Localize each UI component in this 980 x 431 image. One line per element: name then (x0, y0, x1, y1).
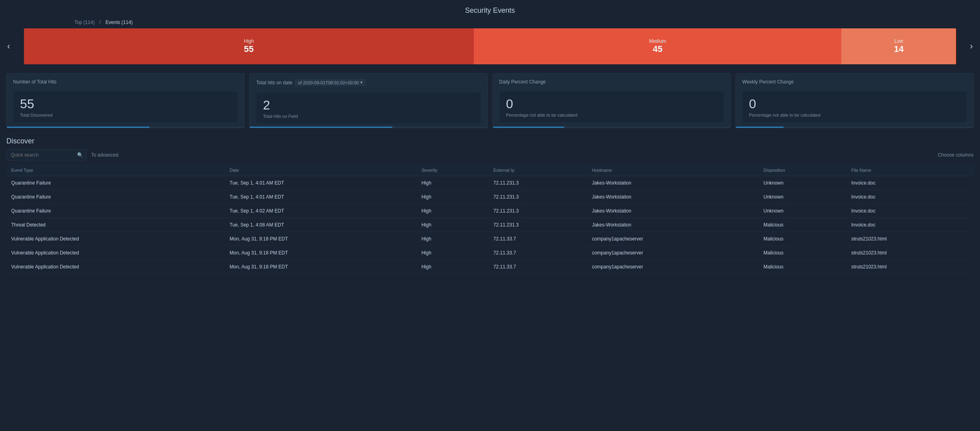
low-count: 14 (894, 44, 904, 54)
search-input-wrap: 🔍 (6, 149, 86, 161)
search-input[interactable] (6, 149, 86, 161)
breadcrumb-separator: / (99, 20, 101, 25)
table-header: Event Type Date Severity External Ip Hos… (6, 165, 974, 176)
stats-row: Number of Total Hits 55 Total Discovered… (0, 69, 980, 132)
stat-card-4-sub: Percentage not able to be calculated (749, 113, 960, 117)
table-cell: 72.11.231.3 (489, 204, 587, 218)
table-cell: 72.11.231.3 (489, 218, 587, 232)
col-external-ip: External Ip (489, 165, 587, 176)
stat-card-3-sub: Percentage not able to be calculated (506, 113, 717, 117)
stat-card-1-title: Number of Total Hits (13, 79, 238, 85)
stat-card-3-value: 0 (506, 97, 717, 111)
stat-card-daily: Daily Percent Change 0 Percentage not ab… (493, 73, 731, 128)
stat-card-2-value: 2 (263, 98, 474, 112)
progress-bar-2-fill (250, 127, 392, 128)
medium-count: 45 (653, 44, 662, 54)
col-disposition: Disposition (759, 165, 847, 176)
severity-bar: High 55 Medium 45 Low 14 (24, 28, 956, 64)
progress-bar-1-fill (7, 127, 149, 128)
table-cell: Invoice.doc (847, 176, 974, 190)
search-row: 🔍 To advanced Choose columns (6, 149, 974, 161)
table-cell: Tue, Sep 1, 4:01 AM EDT (225, 176, 417, 190)
stat-card-4-value: 0 (749, 97, 960, 111)
table-cell: Unknown (759, 204, 847, 218)
table-cell: Malicious (759, 218, 847, 232)
table-cell: Tue, Sep 1, 4:02 AM EDT (225, 204, 417, 218)
next-arrow[interactable]: › (967, 38, 976, 55)
table-cell: 72.11.33.7 (489, 246, 587, 260)
table-cell: Mon, Aug 31, 9:18 PM EDT (225, 246, 417, 260)
col-file-name: File Name (847, 165, 974, 176)
high-label: High (244, 38, 254, 44)
table-cell: Mon, Aug 31, 9:18 PM EDT (225, 260, 417, 274)
col-date: Date (225, 165, 417, 176)
severity-section: ‹ High 55 Medium 45 Low 14 › (0, 28, 980, 64)
date-badge[interactable]: of 2020-09-01T08:01:02+00:00 ▾ (295, 79, 366, 86)
stat-card-2-title: Total hits on date (256, 80, 292, 85)
table-cell: High (417, 232, 489, 246)
breadcrumb: Top (114) / Events (114) (0, 18, 980, 28)
table-cell: Quarantine Failure (6, 190, 225, 204)
table-cell: Vulnerable Application Detected (6, 232, 225, 246)
table-cell: Jakes-Workstation (587, 190, 759, 204)
stat-card-3-title: Daily Percent Change (499, 79, 724, 85)
stat-card-1-inner: 55 Total Discovered (13, 91, 238, 123)
to-advanced-link[interactable]: To advanced (91, 152, 118, 158)
table-cell: struts21023.html (847, 260, 974, 274)
table-cell: Vulnerable Application Detected (6, 260, 225, 274)
table-cell: Mon, Aug 31, 9:18 PM EDT (225, 232, 417, 246)
severity-medium-block[interactable]: Medium 45 (474, 28, 842, 64)
table-cell: Quarantine Failure (6, 204, 225, 218)
progress-bar-3-fill (493, 127, 564, 128)
table-cell: High (417, 246, 489, 260)
stat-card-1-sub: Total Discovered (20, 113, 231, 117)
stat-card-hits-on-date: Total hits on date of 2020-09-01T08:01:0… (249, 73, 487, 128)
table-cell: Threat Detected (6, 218, 225, 232)
progress-bar-3 (493, 127, 730, 128)
breadcrumb-parent[interactable]: Top (114) (74, 20, 95, 25)
choose-columns-button[interactable]: Choose columns (938, 152, 974, 158)
progress-bar-1 (7, 127, 244, 128)
table-cell: 72.11.33.7 (489, 260, 587, 274)
date-dropdown-icon: ▾ (360, 80, 363, 85)
table-row[interactable]: Threat DetectedTue, Sep 1, 4:08 AM EDTHi… (6, 218, 974, 232)
table-cell: High (417, 260, 489, 274)
table-cell: High (417, 218, 489, 232)
table-cell: Malicious (759, 246, 847, 260)
stat-card-weekly: Weekly Percent Change 0 Percentage not a… (735, 73, 974, 128)
table-row[interactable]: Vulnerable Application DetectedMon, Aug … (6, 246, 974, 260)
table-body: Quarantine FailureTue, Sep 1, 4:01 AM ED… (6, 176, 974, 274)
table-cell: Jakes-Workstation (587, 218, 759, 232)
page-title: Security Events (0, 0, 980, 18)
table-row[interactable]: Vulnerable Application DetectedMon, Aug … (6, 260, 974, 274)
low-label: Low (895, 38, 903, 44)
high-count: 55 (244, 44, 254, 54)
stat-card-4-title: Weekly Percent Change (742, 79, 967, 85)
prev-arrow[interactable]: ‹ (4, 38, 13, 55)
severity-low-block[interactable]: Low 14 (841, 28, 956, 64)
stat-card-1-value: 55 (20, 97, 231, 111)
table-row[interactable]: Quarantine FailureTue, Sep 1, 4:01 AM ED… (6, 190, 974, 204)
table-cell: struts21023.html (847, 246, 974, 260)
discover-section: Discover 🔍 To advanced Choose columns Ev… (0, 134, 980, 277)
table-row[interactable]: Vulnerable Application DetectedMon, Aug … (6, 232, 974, 246)
table-cell: Malicious (759, 232, 847, 246)
severity-high-block[interactable]: High 55 (24, 28, 474, 64)
discover-title: Discover (6, 137, 974, 145)
col-event-type: Event Type (6, 165, 225, 176)
table-cell: 72.11.231.3 (489, 190, 587, 204)
table-row[interactable]: Quarantine FailureTue, Sep 1, 4:01 AM ED… (6, 176, 974, 190)
table-row[interactable]: Quarantine FailureTue, Sep 1, 4:02 AM ED… (6, 204, 974, 218)
table-cell: Unknown (759, 190, 847, 204)
search-left: 🔍 To advanced (6, 149, 118, 161)
table-cell: company1apacheserver (587, 232, 759, 246)
stat-card-2-header: Total hits on date of 2020-09-01T08:01:0… (256, 79, 481, 86)
table-cell: High (417, 190, 489, 204)
col-severity: Severity (417, 165, 489, 176)
table-cell: Jakes-Workstation (587, 176, 759, 190)
stat-card-2-inner: 2 Total Hits on Field (256, 92, 481, 124)
col-hostname: Hostname (587, 165, 759, 176)
table-cell: Quarantine Failure (6, 176, 225, 190)
table-cell: 72.11.231.3 (489, 176, 587, 190)
table-cell: company1apacheserver (587, 260, 759, 274)
